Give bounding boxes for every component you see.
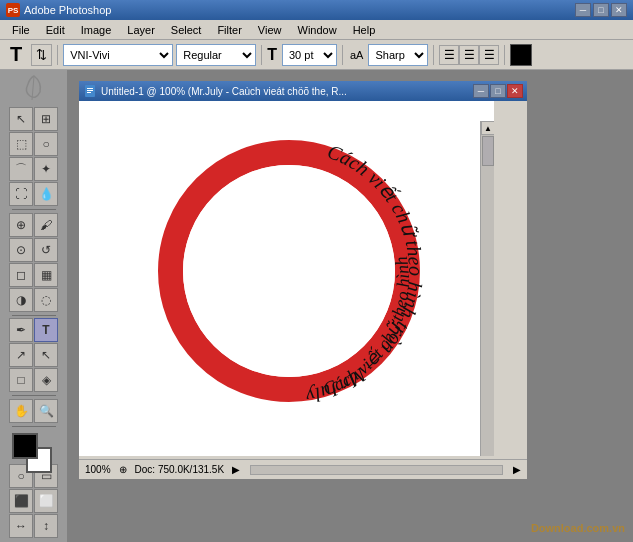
zoom-level: 100% bbox=[85, 464, 111, 475]
maximize-button[interactable]: □ bbox=[593, 3, 609, 17]
tool-separator-3 bbox=[12, 395, 56, 396]
tool-row-9: ✒ T bbox=[9, 318, 58, 342]
menu-file[interactable]: File bbox=[4, 22, 38, 38]
svg-line-0 bbox=[32, 76, 34, 100]
eyedropper-tool[interactable]: 💧 bbox=[34, 182, 58, 206]
magic-wand-tool[interactable]: ✦ bbox=[34, 157, 58, 181]
move-tool[interactable]: ↖ bbox=[9, 107, 33, 131]
document-icon bbox=[83, 84, 97, 98]
antialiasing-select[interactable]: Sharp bbox=[368, 44, 428, 66]
align-right-button[interactable]: ☰ bbox=[479, 45, 499, 65]
separator-5 bbox=[504, 45, 505, 65]
doc-size: Doc: 750.0K/131.5K bbox=[135, 464, 225, 475]
scroll-thumb[interactable] bbox=[482, 136, 494, 166]
doc-maximize-button[interactable]: □ bbox=[490, 84, 506, 98]
separator-1 bbox=[57, 45, 58, 65]
app-title: Adobe Photoshop bbox=[24, 4, 111, 16]
tool-row-6: ⊙ ↺ bbox=[9, 238, 58, 262]
direct-select-tool[interactable]: ↖ bbox=[34, 343, 58, 367]
font-size-icon: T bbox=[267, 46, 277, 64]
font-size-select[interactable]: 30 pt bbox=[282, 44, 337, 66]
close-button[interactable]: ✕ bbox=[611, 3, 627, 17]
3d-tool[interactable]: ◈ bbox=[34, 368, 58, 392]
text-orientation-button[interactable]: ⇅ bbox=[31, 44, 52, 66]
separator-4 bbox=[433, 45, 434, 65]
marquee-ellipse-tool[interactable]: ○ bbox=[34, 132, 58, 156]
document-horizontal-scrollbar[interactable] bbox=[250, 465, 503, 475]
doc-close-button[interactable]: ✕ bbox=[507, 84, 523, 98]
hand-tool[interactable]: ✋ bbox=[9, 399, 33, 423]
tool-row-12: ✋ 🔍 bbox=[9, 399, 58, 423]
nav-tool-2[interactable]: ↕ bbox=[34, 514, 58, 538]
menu-layer[interactable]: Layer bbox=[119, 22, 163, 38]
menu-view[interactable]: View bbox=[250, 22, 290, 38]
align-center-button[interactable]: ☰ bbox=[459, 45, 479, 65]
tool-row-3: ⌒ ✦ bbox=[9, 157, 58, 181]
clone-stamp-tool[interactable]: ⊙ bbox=[9, 238, 33, 262]
minimize-button[interactable]: ─ bbox=[575, 3, 591, 17]
history-brush-tool[interactable]: ↺ bbox=[34, 238, 58, 262]
ps-logo bbox=[12, 74, 56, 102]
align-group: ☰ ☰ ☰ bbox=[439, 45, 499, 65]
nav-tool-1[interactable]: ↔ bbox=[9, 514, 33, 538]
type-tool[interactable]: T bbox=[34, 318, 58, 342]
separator-3 bbox=[342, 45, 343, 65]
menu-select[interactable]: Select bbox=[163, 22, 210, 38]
marquee-rect-tool[interactable]: ⬚ bbox=[9, 132, 33, 156]
menu-image[interactable]: Image bbox=[73, 22, 120, 38]
spot-heal-tool[interactable]: ⊕ bbox=[9, 213, 33, 237]
tools-panel: ↖ ⊞ ⬚ ○ ⌒ ✦ ⛶ 💧 ⊕ 🖌 ⊙ ↺ ◻ ▦ ◑ ◌ bbox=[0, 70, 68, 542]
font-family-select[interactable]: VNI-Vivi bbox=[63, 44, 173, 66]
path-select-tool[interactable]: ↗ bbox=[9, 343, 33, 367]
circular-text-svg: Cách viết chữ theo hình tròn — Mr.July C… bbox=[79, 101, 494, 456]
antialiasing-label: aA bbox=[350, 49, 363, 61]
document-canvas: Cách viết chữ theo hình tròn — Mr.July C… bbox=[79, 101, 494, 456]
scroll-up-arrow[interactable]: ▲ bbox=[481, 121, 494, 135]
font-style-select[interactable]: Regular bbox=[176, 44, 256, 66]
tool-row-1: ↖ ⊞ bbox=[9, 107, 58, 131]
app-icon: PS bbox=[6, 3, 20, 17]
separator-2 bbox=[261, 45, 262, 65]
tool-row-10: ↗ ↖ bbox=[9, 343, 58, 367]
eraser-tool[interactable]: ◻ bbox=[9, 263, 33, 287]
doc-minimize-button[interactable]: ─ bbox=[473, 84, 489, 98]
dodge-tool[interactable]: ◑ bbox=[9, 288, 33, 312]
tool-separator-2 bbox=[12, 315, 56, 316]
type-tool-indicator: T bbox=[4, 44, 28, 66]
artboard-tool[interactable]: ⊞ bbox=[34, 107, 58, 131]
menu-edit[interactable]: Edit bbox=[38, 22, 73, 38]
menu-filter[interactable]: Filter bbox=[209, 22, 249, 38]
zoom-tool[interactable]: 🔍 bbox=[34, 399, 58, 423]
extra-tool-1[interactable]: ⬛ bbox=[9, 489, 33, 513]
tool-row-8: ◑ ◌ bbox=[9, 288, 58, 312]
text-color-swatch[interactable] bbox=[510, 44, 532, 66]
brush-tool[interactable]: 🖌 bbox=[34, 213, 58, 237]
extra-tool-2[interactable]: ⬜ bbox=[34, 489, 58, 513]
document-title-bar: Untitled-1 @ 100% (Mr.July - Caùch vieát… bbox=[79, 81, 527, 101]
pen-tool[interactable]: ✒ bbox=[9, 318, 33, 342]
zoom-icon[interactable]: ⊕ bbox=[119, 464, 127, 475]
menu-help[interactable]: Help bbox=[345, 22, 384, 38]
scroll-right-arrow[interactable]: ▶ bbox=[232, 464, 240, 475]
menu-window[interactable]: Window bbox=[290, 22, 345, 38]
tool-row-2: ⬚ ○ bbox=[9, 132, 58, 156]
document-vertical-scrollbar[interactable]: ▲ ▼ bbox=[480, 121, 494, 456]
blur-tool[interactable]: ◌ bbox=[34, 288, 58, 312]
gradient-tool[interactable]: ▦ bbox=[34, 263, 58, 287]
tool-row-7: ◻ ▦ bbox=[9, 263, 58, 287]
canvas-area: Untitled-1 @ 100% (Mr.July - Caùch vieát… bbox=[68, 70, 633, 542]
tool-separator-1 bbox=[12, 209, 56, 210]
shape-tool[interactable]: □ bbox=[9, 368, 33, 392]
document-window-controls: ─ □ ✕ bbox=[473, 84, 523, 98]
color-swatches bbox=[12, 433, 56, 459]
crop-tool[interactable]: ⛶ bbox=[9, 182, 33, 206]
menu-bar: File Edit Image Layer Select Filter View… bbox=[0, 20, 633, 40]
window-controls: ─ □ ✕ bbox=[575, 3, 627, 17]
tool-row-4: ⛶ 💧 bbox=[9, 182, 58, 206]
lasso-tool[interactable]: ⌒ bbox=[9, 157, 33, 181]
foreground-color[interactable] bbox=[12, 433, 38, 459]
tool-separator-4 bbox=[12, 426, 56, 427]
scroll-right-end-arrow[interactable]: ▶ bbox=[513, 464, 521, 475]
align-left-button[interactable]: ☰ bbox=[439, 45, 459, 65]
svg-rect-4 bbox=[87, 92, 91, 93]
